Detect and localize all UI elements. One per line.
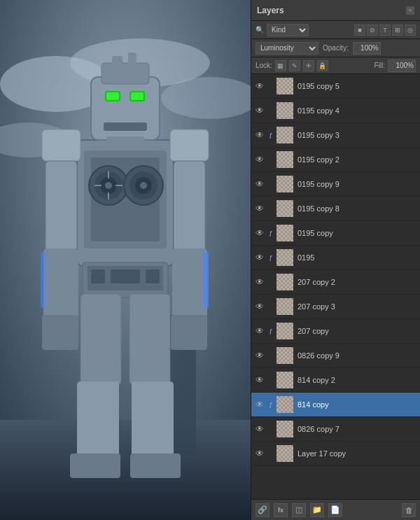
layer-item[interactable]: 👁207 copy 2	[251, 270, 420, 295]
layer-visibility-icon[interactable]: 👁	[254, 325, 265, 337]
layer-item[interactable]: 👁ƒ0195	[251, 246, 420, 270]
kind-filter-icons: ■ ⊘ T ⊞ ◎	[354, 24, 416, 36]
svg-rect-5	[0, 420, 251, 520]
layer-thumbnail	[276, 298, 293, 315]
layer-visibility-icon[interactable]: 👁	[254, 203, 265, 214]
layer-name: 0195	[295, 253, 417, 262]
blend-row: Luminosity Normal Multiply Screen Opacit…	[251, 39, 420, 57]
layer-visibility-icon[interactable]: 👁	[254, 129, 265, 141]
svg-rect-32	[46, 161, 77, 252]
svg-rect-53	[128, 52, 136, 65]
svg-rect-24	[102, 63, 149, 84]
layer-fx-indicator	[267, 276, 275, 288]
layer-item[interactable]: 👁ƒ814 copy	[251, 393, 420, 417]
search-icon: 🔍	[255, 26, 264, 34]
filter-smart-btn[interactable]: ◎	[405, 24, 416, 36]
panel-title: Layers	[257, 6, 284, 15]
layer-visibility-icon[interactable]: 👁	[254, 154, 265, 165]
layer-item[interactable]: 👁0195 copy 8	[251, 197, 420, 221]
layer-item[interactable]: 👁ƒ0195 copy 3	[251, 123, 420, 148]
opacity-input[interactable]	[353, 42, 381, 55]
layer-visibility-icon[interactable]: 👁	[254, 301, 265, 312]
layer-visibility-icon[interactable]: 👁	[254, 252, 265, 263]
layer-thumbnail	[276, 323, 293, 339]
layer-item[interactable]: 👁ƒ0195 copy	[251, 221, 420, 246]
layer-item[interactable]: 👁ƒ207 copy	[251, 319, 420, 344]
layer-thumbnail	[276, 396, 293, 413]
layer-visibility-icon[interactable]: 👁	[254, 448, 265, 459]
svg-rect-28	[131, 92, 144, 100]
lock-position-btn[interactable]: ✛	[303, 60, 314, 71]
layer-item[interactable]: 👁207 copy 3	[251, 295, 420, 319]
canvas-area	[0, 0, 251, 520]
layer-visibility-icon[interactable]: 👁	[254, 178, 265, 190]
layer-name: 814 copy	[295, 400, 417, 409]
delete-layer-btn[interactable]: 🗑	[402, 503, 416, 517]
kind-select[interactable]: Kind	[267, 24, 309, 36]
layer-thumbnail	[276, 372, 293, 388]
fill-area: Fill:	[374, 59, 416, 72]
svg-rect-31	[170, 129, 209, 161]
svg-rect-34	[42, 315, 78, 350]
layer-item[interactable]: 👁Layer 17 copy	[251, 442, 420, 466]
layer-name: 0195 copy 4	[295, 106, 417, 115]
layer-visibility-icon[interactable]: 👁	[254, 276, 265, 288]
layer-visibility-icon[interactable]: 👁	[254, 80, 265, 92]
layer-item[interactable]: 👁0195 copy 4	[251, 99, 420, 123]
layer-name: 0195 copy 5	[295, 82, 417, 90]
add-fx-btn[interactable]: fx	[274, 503, 288, 517]
add-mask-btn[interactable]: ◫	[292, 503, 306, 517]
new-layer-btn[interactable]: 📄	[328, 503, 342, 517]
svg-rect-35	[174, 161, 205, 252]
layer-item[interactable]: 👁814 copy 2	[251, 368, 420, 393]
layer-item[interactable]: 👁0826 copy 9	[251, 344, 420, 368]
link-layers-btn[interactable]: 🔗	[255, 503, 270, 517]
layer-visibility-icon[interactable]: 👁	[254, 374, 265, 386]
layer-name: 0195 copy 8	[295, 204, 417, 213]
panel-collapse-btn[interactable]: «	[406, 6, 414, 15]
opacity-label: Opacity:	[323, 44, 349, 52]
new-group-btn[interactable]: 📁	[310, 503, 324, 517]
layers-panel: Layers « 🔍 Kind ■ ⊘ T ⊞ ◎ Luminosity Nor…	[251, 0, 420, 520]
layer-fx-indicator	[267, 374, 275, 386]
layer-item[interactable]: 👁0195 copy 2	[251, 148, 420, 172]
svg-rect-49	[70, 454, 120, 478]
fill-input[interactable]	[388, 59, 416, 72]
layer-name: 0826 copy 7	[295, 425, 417, 433]
lock-image-btn[interactable]: ✎	[289, 60, 300, 71]
svg-rect-39	[41, 252, 46, 308]
layers-list[interactable]: 👁0195 copy 5👁0195 copy 4👁ƒ0195 copy 3👁01…	[251, 74, 420, 499]
svg-rect-50	[130, 454, 181, 478]
filter-pixel-btn[interactable]: ■	[354, 24, 365, 36]
layer-thumbnail	[276, 78, 293, 94]
layer-thumbnail	[276, 347, 293, 364]
svg-rect-45	[80, 294, 121, 385]
filter-shape-btn[interactable]: ⊞	[392, 24, 403, 36]
layer-visibility-icon[interactable]: 👁	[254, 105, 265, 116]
layer-item[interactable]: 👁0195 copy 5	[251, 74, 420, 99]
layer-visibility-icon[interactable]: 👁	[254, 399, 265, 410]
lock-all-btn[interactable]: 🔒	[317, 60, 328, 71]
layer-visibility-icon[interactable]: 👁	[254, 350, 265, 361]
layer-fx-indicator	[267, 350, 275, 361]
layer-fx-indicator: ƒ	[267, 399, 275, 410]
layer-visibility-icon[interactable]: 👁	[254, 227, 265, 239]
layer-item[interactable]: 👁0826 copy 7	[251, 417, 420, 442]
svg-rect-48	[132, 381, 174, 458]
svg-rect-47	[77, 381, 119, 458]
svg-rect-42	[91, 269, 105, 283]
svg-rect-27	[106, 92, 119, 100]
filter-type-btn[interactable]: T	[379, 24, 391, 36]
layer-fx-indicator	[267, 178, 275, 190]
layer-item[interactable]: 👁0195 copy 9	[251, 172, 420, 197]
svg-rect-37	[171, 315, 207, 350]
layer-name: 207 copy 2	[295, 278, 417, 286]
svg-rect-29	[104, 122, 147, 131]
lock-pixels-btn[interactable]: ▦	[275, 60, 286, 71]
layer-visibility-icon[interactable]: 👁	[254, 423, 265, 435]
layer-fx-indicator	[267, 301, 275, 312]
layer-thumbnail	[276, 200, 293, 217]
layer-name: 207 copy 3	[295, 302, 417, 311]
blend-mode-select[interactable]: Luminosity Normal Multiply Screen	[255, 42, 318, 55]
filter-adjust-btn[interactable]: ⊘	[367, 24, 378, 36]
